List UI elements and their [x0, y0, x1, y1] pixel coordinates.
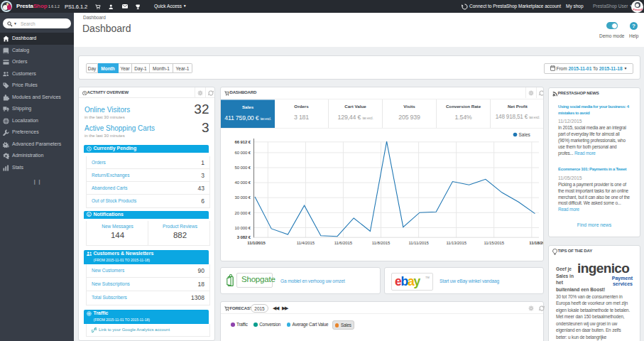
svg-text:11/4/2015: 11/4/2015 [297, 241, 315, 245]
svg-text:30 000 €: 30 000 € [234, 195, 251, 200]
svg-text:10 000 €: 10 000 € [234, 226, 251, 230]
svg-text:11/15/2015: 11/15/2015 [484, 241, 504, 245]
svg-text:11/18/201: 11/18/201 [529, 241, 544, 245]
svg-text:11/11/2015: 11/11/2015 [409, 241, 430, 245]
svg-text:66 912 €: 66 912 € [234, 140, 251, 144]
svg-text:60 000 €: 60 000 € [234, 151, 251, 155]
svg-text:40 000 €: 40 000 € [234, 180, 251, 185]
svg-text:20 000 €: 20 000 € [234, 211, 251, 215]
svg-text:11/8/2015: 11/8/2015 [372, 241, 391, 245]
svg-text:11/6/2015: 11/6/2015 [334, 241, 353, 245]
svg-text:3 082 €: 3 082 € [237, 235, 251, 239]
svg-text:Sales: Sales [519, 132, 531, 137]
svg-text:50 000 €: 50 000 € [234, 166, 251, 170]
svg-text:11/1/2015: 11/1/2015 [247, 241, 266, 245]
svg-text:11/13/2015: 11/13/2015 [446, 241, 466, 245]
